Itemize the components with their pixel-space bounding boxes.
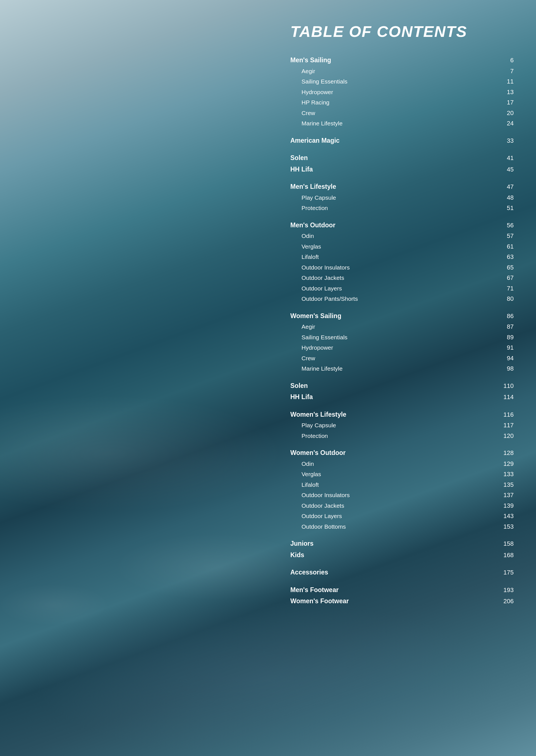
toc-sub-label: Sailing Essentials	[290, 333, 348, 342]
toc-main-label: Women's Footwear	[290, 596, 349, 606]
toc-sub-page: 17	[497, 99, 514, 106]
toc-sub-row: Crew94	[290, 353, 514, 363]
toc-main-row: Men's Outdoor56	[290, 220, 514, 231]
toc-main-row: Women's Outdoor128	[290, 447, 514, 459]
toc-main-page: 128	[497, 449, 514, 457]
toc-sub-label: Play Capsule	[290, 193, 336, 202]
toc-sub-label: Marine Lifestyle	[290, 364, 343, 373]
toc-sub-label: Hydropower	[290, 343, 333, 352]
toc-sub-label: Outdoor Jackets	[290, 501, 344, 510]
toc-sub-page: 63	[497, 253, 514, 260]
toc-sub-row: Outdoor Pants/Shorts80	[290, 293, 514, 304]
toc-sub-page: 137	[497, 492, 514, 499]
toc-sub-row: Hydropower13	[290, 87, 514, 97]
toc-sub-label: Hydropower	[290, 88, 333, 97]
toc-sub-row: HP Racing17	[290, 97, 514, 108]
toc-sub-row: Protection51	[290, 203, 514, 213]
toc-sub-label: Outdoor Jackets	[290, 273, 344, 282]
toc-sub-label: Outdoor Layers	[290, 284, 342, 293]
toc-sub-page: 153	[497, 523, 514, 530]
toc-main-page: 110	[497, 382, 514, 390]
toc-main-label: Solen	[290, 153, 308, 163]
toc-sub-row: Outdoor Insulators137	[290, 490, 514, 500]
toc-sub-page: 143	[497, 512, 514, 520]
toc-main-label: Solen	[290, 381, 308, 391]
spacer	[290, 374, 514, 380]
spacer	[290, 561, 514, 567]
toc-sub-label: Lifaloft	[290, 480, 319, 489]
toc-sub-page: 61	[497, 243, 514, 250]
toc-sub-row: Crew20	[290, 108, 514, 119]
toc-sub-row: Verglas61	[290, 241, 514, 252]
toc-sub-row: Aegir87	[290, 322, 514, 332]
spacer	[290, 532, 514, 538]
toc-sub-page: 87	[497, 323, 514, 330]
toc-main-page: 114	[497, 394, 514, 401]
toc-sub-page: 20	[497, 110, 514, 117]
toc-main-label: Accessories	[290, 567, 328, 577]
toc-sub-label: Aegir	[290, 67, 315, 76]
toc-sub-page: 67	[497, 274, 514, 282]
toc-main-page: 116	[497, 411, 514, 418]
toc-main-row: Accessories175	[290, 567, 514, 578]
toc-main-label: Men's Outdoor	[290, 220, 335, 230]
toc-main-label: Men's Footwear	[290, 585, 339, 595]
toc-sub-page: 133	[497, 470, 514, 478]
toc-sub-row: Marine Lifestyle24	[290, 118, 514, 129]
toc-sub-label: Protection	[290, 431, 328, 440]
toc-sub-row: Outdoor Jackets139	[290, 500, 514, 511]
toc-sub-row: Outdoor Layers143	[290, 511, 514, 521]
toc-main-label: HH Lifa	[290, 392, 313, 402]
toc-main-page: 175	[497, 569, 514, 576]
toc-main-label: Men's Lifestyle	[290, 182, 336, 191]
toc-main-page: 33	[497, 137, 514, 144]
toc-sub-page: 91	[497, 344, 514, 351]
toc-sub-label: Outdoor Bottoms	[290, 522, 346, 531]
toc-main-page: 47	[497, 183, 514, 190]
toc-sub-page: 11	[497, 78, 514, 85]
toc-main-page: 158	[497, 540, 514, 547]
toc-sub-label: Protection	[290, 204, 328, 213]
spacer	[290, 304, 514, 310]
toc-sub-page: 71	[497, 285, 514, 292]
toc-sub-row: Lifaloft135	[290, 480, 514, 490]
toc-sub-page: 65	[497, 264, 514, 271]
spacer	[290, 129, 514, 135]
toc-sub-row: Outdoor Insulators65	[290, 262, 514, 273]
toc-sub-row: Outdoor Bottoms153	[290, 521, 514, 532]
toc-main-row: Juniors158	[290, 538, 514, 549]
toc-sub-label: Crew	[290, 109, 315, 118]
spacer	[290, 146, 514, 152]
toc-main-page: 168	[497, 552, 514, 559]
toc-sub-label: Aegir	[290, 322, 315, 331]
toc-main-row: Women's Sailing86	[290, 310, 514, 322]
toc-sub-row: Play Capsule48	[290, 192, 514, 203]
toc-sub-page: 51	[497, 204, 514, 212]
toc-sub-page: 98	[497, 365, 514, 372]
toc-main-row: Men's Lifestyle47	[290, 181, 514, 192]
toc-main-row: Kids168	[290, 549, 514, 561]
toc-main-page: 206	[497, 598, 514, 605]
toc-sub-row: Outdoor Jackets67	[290, 273, 514, 283]
toc-sub-page: 80	[497, 295, 514, 302]
toc-sub-page: 120	[497, 432, 514, 440]
toc-sub-row: Odin129	[290, 459, 514, 469]
toc-container: Men's Sailing6Aegir7Sailing Essentials11…	[290, 54, 514, 607]
spacer	[290, 578, 514, 584]
toc-main-label: Men's Sailing	[290, 55, 331, 65]
toc-sub-page: 24	[497, 120, 514, 127]
toc-sub-label: Verglas	[290, 242, 321, 251]
toc-sub-label: Marine Lifestyle	[290, 119, 343, 128]
toc-main-page: 56	[497, 222, 514, 229]
toc-main-row: Men's Footwear193	[290, 584, 514, 596]
content-panel: TABLE OF CONTENTS Men's Sailing6Aegir7Sa…	[268, 0, 536, 756]
toc-sub-page: 48	[497, 194, 514, 201]
toc-sub-page: 13	[497, 88, 514, 96]
toc-sub-row: Odin57	[290, 231, 514, 241]
toc-main-page: 86	[497, 313, 514, 320]
toc-main-row: Solen41	[290, 152, 514, 164]
toc-sub-row: Outdoor Layers71	[290, 283, 514, 294]
toc-sub-label: Sailing Essentials	[290, 77, 348, 86]
toc-sub-label: Verglas	[290, 470, 321, 479]
toc-sub-label: Odin	[290, 460, 314, 468]
